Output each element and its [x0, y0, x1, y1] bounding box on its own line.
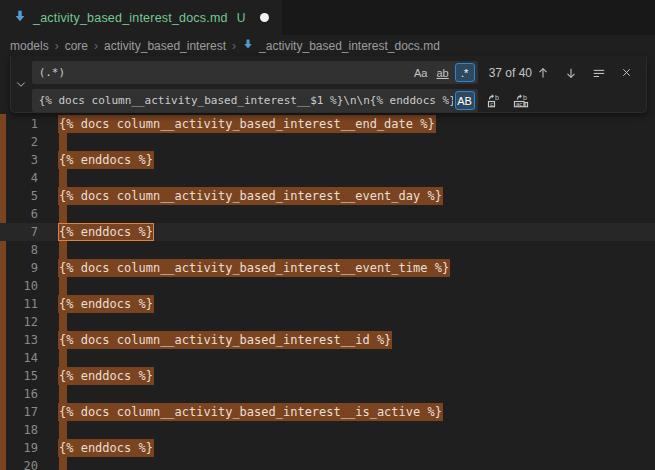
line-number: 5	[0, 187, 38, 205]
breadcrumb-separator: ›	[231, 39, 237, 53]
breadcrumb-separator: ›	[54, 39, 60, 53]
match-case-toggle[interactable]: Aa	[411, 63, 431, 82]
line-number: 4	[0, 169, 38, 187]
line-number: 10	[0, 277, 38, 295]
line-text[interactable]: {% enddocs %}	[58, 295, 154, 313]
editor-pane[interactable]: 1 {% docs column__activity_based_interes…	[0, 56, 655, 470]
line-number: 19	[0, 439, 38, 457]
find-in-selection-button[interactable]	[588, 62, 609, 83]
editor-line: 10	[0, 277, 655, 295]
replace-input[interactable]: {% docs column__activity_based_interest_…	[32, 89, 478, 112]
line-text[interactable]: {% docs column__activity_based_interest_…	[58, 115, 436, 133]
editor-line: 17 {% docs column__activity_based_intere…	[0, 403, 655, 421]
editor-line: 9 {% docs column__activity_based_interes…	[0, 259, 655, 277]
editor-line: 14	[0, 349, 655, 367]
line-number: 1	[0, 115, 38, 133]
git-status-badge: U	[237, 11, 246, 25]
line-number: 14	[0, 349, 38, 367]
editor-line: 11 {% enddocs %}	[0, 295, 655, 313]
markdown-file-icon	[13, 9, 27, 27]
find-input-value: (.*)	[39, 66, 409, 79]
line-text[interactable]	[59, 133, 67, 151]
regex-toggle[interactable]: .*	[455, 63, 475, 82]
line-text[interactable]: {% enddocs %}	[58, 367, 154, 385]
editor-lines: 1 {% docs column__activity_based_interes…	[0, 115, 655, 470]
breadcrumb: models › core › activity_based_interest …	[0, 35, 655, 56]
breadcrumb-item-core[interactable]: core	[65, 39, 88, 53]
breadcrumb-item-activity-based-interest[interactable]: activity_based_interest	[104, 39, 226, 53]
line-number: 11	[0, 295, 38, 313]
find-row: (.*) Aa ab .* 37 of 40	[32, 61, 646, 84]
editor-line: 12	[0, 313, 655, 331]
line-text[interactable]	[59, 421, 67, 439]
line-number: 17	[0, 403, 38, 421]
unsaved-changes-dot[interactable]	[260, 13, 269, 22]
line-number: 13	[0, 331, 38, 349]
close-find-widget-button[interactable]	[616, 62, 637, 83]
editor-line: 16	[0, 385, 655, 403]
line-number: 18	[0, 421, 38, 439]
markdown-file-icon	[242, 38, 254, 53]
line-number: 12	[0, 313, 38, 331]
editor-line: 13 {% docs column__activity_based_intere…	[0, 331, 655, 349]
line-text[interactable]	[59, 349, 67, 367]
line-text[interactable]	[59, 385, 67, 403]
line-text[interactable]	[59, 457, 67, 470]
preserve-case-toggle[interactable]: AB	[455, 91, 475, 110]
next-match-button[interactable]	[560, 62, 581, 83]
replace-row: {% docs column__activity_based_interest_…	[32, 89, 646, 112]
editor-line: 2	[0, 133, 655, 151]
line-number: 2	[0, 133, 38, 151]
find-input[interactable]: (.*) Aa ab .*	[32, 61, 478, 84]
line-number: 7	[0, 223, 38, 241]
editor-line: 7 {% enddocs %}	[0, 223, 655, 241]
line-text[interactable]	[59, 241, 67, 259]
vscode-window: _activity_based_interest_docs.md U model…	[0, 0, 655, 470]
svg-text:b: b	[523, 94, 527, 101]
line-text[interactable]	[59, 313, 67, 331]
editor-line: 1 {% docs column__activity_based_interes…	[0, 115, 655, 133]
editor-line: 3 {% enddocs %}	[0, 151, 655, 169]
line-text[interactable]: {% docs column__activity_based_interest_…	[58, 187, 443, 205]
breadcrumb-item-models[interactable]: models	[10, 39, 49, 53]
line-number: 16	[0, 385, 38, 403]
whole-word-toggle[interactable]: ab	[433, 63, 453, 82]
match-count: 37 of 40	[489, 66, 532, 80]
line-text[interactable]	[59, 277, 67, 295]
replace-all-button[interactable]: b ac	[511, 90, 532, 111]
editor-line: 4	[0, 169, 655, 187]
line-text[interactable]	[59, 205, 67, 223]
toggle-replace-chevron-icon[interactable]	[11, 56, 32, 112]
replace-input-value: {% docs column__activity_based_interest_…	[39, 94, 453, 107]
editor-line: 8	[0, 241, 655, 259]
line-text[interactable]: {% enddocs %}	[58, 151, 154, 169]
breadcrumb-item-file[interactable]: _activity_based_interest_docs.md	[242, 38, 440, 53]
editor-tab[interactable]: _activity_based_interest_docs.md U	[0, 0, 282, 35]
line-text[interactable]	[59, 169, 67, 187]
editor-line: 19 {% enddocs %}	[0, 439, 655, 457]
breadcrumb-separator: ›	[93, 39, 99, 53]
editor-line: 5 {% docs column__activity_based_interes…	[0, 187, 655, 205]
tab-filename: _activity_based_interest_docs.md	[33, 11, 228, 25]
previous-match-button[interactable]	[532, 62, 553, 83]
line-number: 3	[0, 151, 38, 169]
find-replace-widget: (.*) Aa ab .* 37 of 40	[10, 56, 647, 113]
line-number: 9	[0, 259, 38, 277]
line-number: 8	[0, 241, 38, 259]
line-number: 6	[0, 205, 38, 223]
tab-bar: _activity_based_interest_docs.md U	[0, 0, 655, 35]
editor-line: 6	[0, 205, 655, 223]
line-text[interactable]: {% docs column__activity_based_interest_…	[58, 259, 450, 277]
replace-button[interactable]: b c	[484, 90, 505, 111]
line-text[interactable]: {% docs column__activity_based_interest_…	[58, 331, 392, 349]
line-number: 20	[0, 457, 38, 470]
editor-line: 18	[0, 421, 655, 439]
svg-text:ac: ac	[516, 100, 522, 106]
line-text[interactable]: {% enddocs %}	[58, 223, 154, 241]
line-text[interactable]: {% enddocs %}	[58, 439, 154, 457]
line-text[interactable]: {% docs column__activity_based_interest_…	[58, 403, 443, 421]
svg-text:c: c	[490, 100, 493, 106]
editor-line: 20	[0, 457, 655, 470]
line-number: 15	[0, 367, 38, 385]
editor-line: 15 {% enddocs %}	[0, 367, 655, 385]
